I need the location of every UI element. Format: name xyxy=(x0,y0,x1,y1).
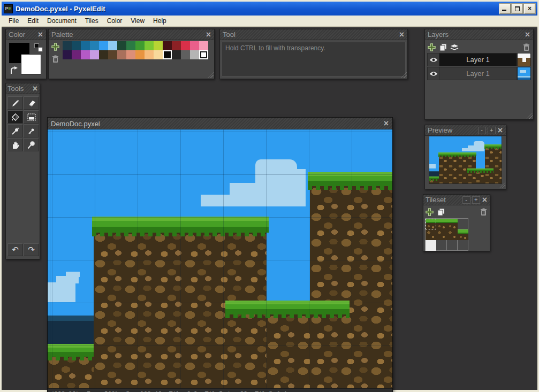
secondary-color-swatch[interactable] xyxy=(21,54,41,74)
tileset-grid[interactable] xyxy=(425,218,468,251)
palette-swatch[interactable] xyxy=(108,50,117,59)
tileset-panel-close-icon[interactable]: × xyxy=(482,196,488,204)
layer-row-2[interactable]: Layer 1 xyxy=(427,67,531,80)
layers-panel-titlebar[interactable]: Layers × xyxy=(425,29,533,40)
palette-swatch[interactable] xyxy=(199,41,208,50)
delete-layer-trash-icon[interactable] xyxy=(522,43,531,52)
layer-row-1[interactable]: Layer 1 xyxy=(427,53,531,66)
duplicate-tile-button[interactable] xyxy=(436,207,445,217)
palette-resize-grip[interactable] xyxy=(208,72,214,78)
tileset-tile[interactable] xyxy=(436,219,447,229)
delete-tile-trash-icon[interactable] xyxy=(479,207,488,217)
palette-swatch[interactable] xyxy=(154,41,163,50)
eyedropper-tool-button[interactable] xyxy=(7,124,23,137)
palette-swatch[interactable] xyxy=(81,50,90,59)
palette-swatch[interactable] xyxy=(163,50,172,59)
palette-swatch[interactable] xyxy=(117,41,126,50)
pencil-tool-button[interactable] xyxy=(7,96,23,110)
layer-1-thumbnail[interactable] xyxy=(517,53,531,66)
palette-swatch[interactable] xyxy=(126,50,135,59)
document-close-icon[interactable]: × xyxy=(383,119,389,128)
close-button[interactable]: × xyxy=(524,4,535,14)
palette-swatch[interactable] xyxy=(181,50,190,59)
palette-swatch[interactable] xyxy=(72,50,81,59)
palette-swatch[interactable] xyxy=(72,41,81,50)
palette-swatch[interactable] xyxy=(135,50,145,59)
tools-panel-close-icon[interactable]: × xyxy=(32,84,38,93)
palette-swatch[interactable] xyxy=(126,41,135,50)
layer-2-name[interactable]: Layer 1 xyxy=(439,67,517,80)
layers-resize-grip[interactable] xyxy=(527,113,533,119)
menu-edit[interactable]: Edit xyxy=(24,16,42,26)
tileset-tile-empty[interactable] xyxy=(426,240,436,251)
tileset-panel-titlebar[interactable]: Tileset - + × xyxy=(423,195,490,205)
duplicate-layer-button[interactable] xyxy=(438,43,447,52)
delete-color-trash-icon[interactable] xyxy=(51,55,60,64)
tileset-tile[interactable] xyxy=(436,229,447,240)
add-layer-button[interactable] xyxy=(427,43,436,52)
palette-panel-close-icon[interactable]: × xyxy=(206,30,211,39)
merge-layers-button[interactable] xyxy=(450,43,459,52)
preview-panel-close-icon[interactable]: × xyxy=(497,126,503,135)
pan-hand-tool-button[interactable] xyxy=(7,138,23,151)
tool-panel-close-icon[interactable]: × xyxy=(399,30,405,39)
palette-panel-titlebar[interactable]: Palette × xyxy=(49,29,214,40)
menu-color[interactable]: Color xyxy=(103,16,126,26)
palette-swatch[interactable] xyxy=(154,50,163,59)
tile-stamp-tool-button[interactable] xyxy=(24,110,39,124)
preview-panel-titlebar[interactable]: Preview - + × xyxy=(425,125,506,136)
color-panel-close-icon[interactable]: × xyxy=(37,30,43,39)
tileset-zoom-out-button[interactable]: - xyxy=(462,196,470,204)
tileset-tile[interactable] xyxy=(426,219,436,229)
default-colors-icon[interactable] xyxy=(34,43,43,52)
menu-document[interactable]: Document xyxy=(43,16,80,26)
tool-panel-titlebar[interactable]: Tool × xyxy=(220,29,407,40)
drawing-canvas[interactable] xyxy=(48,129,392,388)
undo-button[interactable]: ↶ xyxy=(7,243,23,256)
palette-swatch[interactable] xyxy=(163,41,172,50)
fill-bucket-tool-button[interactable] xyxy=(7,110,23,124)
palette-swatch[interactable] xyxy=(99,50,108,59)
tileset-zoom-in-button[interactable]: + xyxy=(472,196,480,204)
palette-swatch[interactable] xyxy=(190,41,199,50)
palette-swatch[interactable] xyxy=(172,41,181,50)
palette-swatch[interactable] xyxy=(190,50,199,59)
palette-swatch[interactable] xyxy=(90,41,99,50)
palette-swatch[interactable] xyxy=(99,41,108,50)
tileset-tile[interactable] xyxy=(426,229,436,240)
menu-tiles[interactable]: Tiles xyxy=(81,16,102,26)
palette-swatch[interactable] xyxy=(81,41,90,50)
palette-swatch[interactable] xyxy=(63,41,72,50)
tileset-tile[interactable] xyxy=(458,229,468,240)
add-color-button[interactable] xyxy=(51,42,60,51)
layer-1-name[interactable]: Layer 1 xyxy=(439,53,517,66)
tileset-tile[interactable] xyxy=(447,219,458,229)
menu-help[interactable]: Help xyxy=(149,16,170,26)
layers-panel-close-icon[interactable]: × xyxy=(525,30,530,39)
palette-swatch[interactable] xyxy=(145,50,154,59)
tileset-tile[interactable] xyxy=(447,229,458,240)
maximize-button[interactable] xyxy=(512,4,523,14)
palette-swatch[interactable] xyxy=(117,50,126,59)
color-panel-titlebar[interactable]: Color × xyxy=(6,29,46,40)
palette-swatch[interactable] xyxy=(181,41,190,50)
zoom-tool-button[interactable] xyxy=(24,138,39,151)
minimize-button[interactable] xyxy=(499,4,511,14)
layer-1-visibility-toggle[interactable] xyxy=(427,53,439,66)
menu-file[interactable]: File xyxy=(5,16,22,26)
redo-button[interactable]: ↷ xyxy=(24,243,39,256)
palette-swatch[interactable] xyxy=(135,41,145,50)
layer-2-thumbnail[interactable] xyxy=(517,67,531,80)
layer-2-visibility-toggle[interactable] xyxy=(427,67,439,80)
tools-panel-titlebar[interactable]: Tools × xyxy=(6,83,40,94)
palette-swatch[interactable] xyxy=(145,41,154,50)
color-picker-tool-button[interactable] xyxy=(24,124,39,137)
palette-swatch[interactable] xyxy=(199,50,208,59)
eraser-tool-button[interactable] xyxy=(24,96,39,110)
palette-swatch[interactable] xyxy=(172,50,181,59)
add-tile-button[interactable] xyxy=(425,207,434,217)
swap-colors-icon[interactable] xyxy=(10,66,19,75)
menu-view[interactable]: View xyxy=(127,16,148,26)
preview-zoom-out-button[interactable]: - xyxy=(478,127,486,134)
window-titlebar[interactable]: PE DemoDoc.pyxel - PyxelEdit × xyxy=(2,2,537,16)
